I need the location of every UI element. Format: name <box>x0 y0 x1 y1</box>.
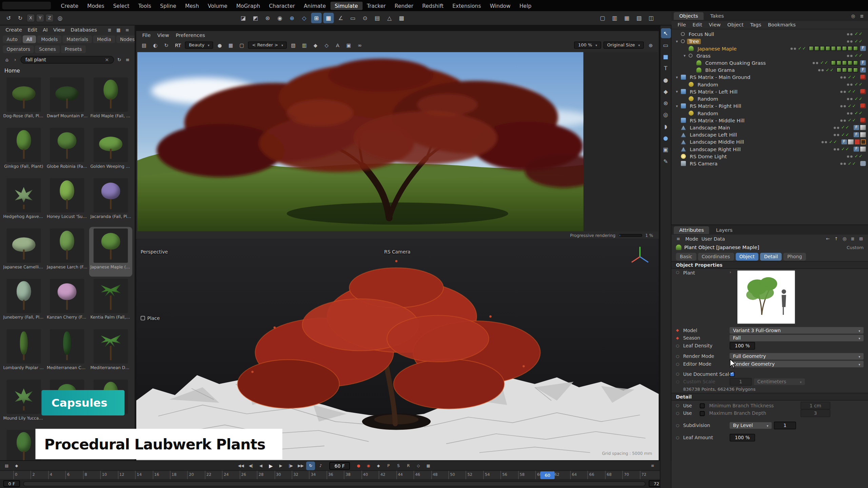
expand-arrow-icon[interactable]: ▾ <box>676 89 681 94</box>
keyframe-dot[interactable] <box>676 411 683 415</box>
volume-menu-icon[interactable]: ● <box>661 133 671 143</box>
object-name[interactable]: Tree <box>687 38 701 44</box>
visibility-dot[interactable] <box>850 155 852 158</box>
visibility-dot[interactable] <box>844 162 846 165</box>
deformers-menu-icon[interactable]: ◗ <box>661 121 671 131</box>
keyframe-dot[interactable] <box>676 435 683 440</box>
mode-label[interactable]: Mode <box>685 236 698 241</box>
render-mode-dropdown[interactable]: Full Geometry <box>730 353 864 360</box>
record-button[interactable]: ● <box>354 461 363 470</box>
enable-checkmarks[interactable] <box>854 53 863 58</box>
asset-menu-item[interactable]: Databases <box>68 26 99 33</box>
red-tag[interactable] <box>855 139 860 144</box>
Random[interactable]: Random <box>671 95 868 102</box>
use-max-branch-checkbox[interactable] <box>700 411 705 416</box>
object-name[interactable]: Focus Null <box>687 31 716 37</box>
list-view-icon[interactable]: ≣ <box>106 26 114 34</box>
render-view-menu-item[interactable]: Preferences <box>173 32 208 39</box>
texture-tag-chip[interactable] <box>848 46 853 51</box>
expand-arrow-icon[interactable]: ▾ <box>676 39 681 43</box>
denoise-icon[interactable]: ◇ <box>322 40 331 50</box>
visibility-dot[interactable] <box>844 90 846 93</box>
section-header[interactable]: Object Properties <box>671 261 868 269</box>
render-settings-button[interactable]: ⊛ <box>262 13 273 23</box>
current-frame-field[interactable]: 60 F <box>330 462 350 469</box>
object-type-icon[interactable] <box>689 54 692 57</box>
clear-search-icon[interactable]: × <box>105 57 109 62</box>
texture-tag-chip[interactable] <box>848 60 853 65</box>
asset-item[interactable]: Field Maple (Fall, Plant) <box>89 76 132 126</box>
object-type-icon[interactable] <box>696 60 702 65</box>
asset-menu-item[interactable]: AI <box>41 26 50 33</box>
record-position-button[interactable]: P <box>384 461 393 470</box>
object-type-icon[interactable] <box>681 103 686 108</box>
asset-item[interactable]: Mediterranean Cypres... <box>46 328 89 378</box>
attr-up-icon[interactable]: ↑ <box>833 235 840 242</box>
renderview-settings-icon[interactable]: ⊛ <box>646 40 655 50</box>
range-start-field[interactable]: 0 F <box>3 480 20 487</box>
season-dropdown[interactable]: Fall <box>730 335 864 342</box>
Tree[interactable]: ▾Tree <box>671 38 868 45</box>
Landscape Middle Hill[interactable]: Landscape Middle HillF <box>671 138 868 145</box>
menu-item[interactable]: MoGraph <box>232 1 265 9</box>
manager-tab[interactable]: Objects <box>674 12 704 20</box>
quantize-button[interactable]: ∠ <box>335 13 346 23</box>
asset-item[interactable]: Golden Weeping Willo... <box>89 126 132 176</box>
range-scrollbar[interactable] <box>23 481 645 486</box>
search-input[interactable]: fall plant × <box>20 56 114 64</box>
texture-tag-chip[interactable] <box>842 60 847 65</box>
visibility-dot[interactable] <box>794 47 796 50</box>
keyframe-dot[interactable] <box>676 354 683 359</box>
visibility-dot[interactable] <box>833 126 836 129</box>
goto-end-button[interactable]: ▶▶ <box>296 461 305 470</box>
enable-checkmarks[interactable] <box>841 132 850 137</box>
record-scale-button[interactable]: S <box>394 461 403 470</box>
fields-menu-icon[interactable]: ◎ <box>661 109 671 119</box>
visibility-dot[interactable] <box>850 83 852 86</box>
asset-menu-item[interactable]: View <box>51 26 67 33</box>
swatch-tag[interactable] <box>860 147 866 152</box>
text-tool[interactable]: T <box>661 63 671 73</box>
plant-preview-thumbnail[interactable]: (Acer palmatum) <box>737 270 795 324</box>
object-type-icon[interactable] <box>681 32 685 36</box>
asset-tab[interactable]: Media <box>93 35 115 43</box>
enable-checkmarks[interactable] <box>848 89 856 94</box>
axis-y-toggle[interactable]: Y <box>36 14 44 22</box>
goto-start-button[interactable]: ◀◀ <box>237 461 245 470</box>
menu-item[interactable]: Select <box>109 1 134 9</box>
texture-tag-chip[interactable] <box>836 60 842 65</box>
visibility-dot[interactable] <box>837 126 839 129</box>
om-menu-item[interactable]: File <box>675 22 689 28</box>
cube-tag[interactable] <box>860 89 866 94</box>
menu-item[interactable]: Help <box>515 1 536 9</box>
object-type-icon[interactable] <box>681 132 686 137</box>
timeline-settings-icon[interactable]: ≡ <box>648 461 657 470</box>
asset-tab[interactable]: All <box>23 35 36 43</box>
texture-tag-chip[interactable] <box>848 67 853 73</box>
asset-item[interactable]: Lombardy Poplar (Fall... <box>2 328 45 378</box>
object-name[interactable]: Landscape Middle Hill <box>688 139 746 145</box>
object-name[interactable]: RS Matrix - Middle Hill <box>688 118 746 123</box>
layout-single-icon[interactable]: ▢ <box>597 13 608 23</box>
Landscape Right Hill[interactable]: Landscape Right HillF <box>671 145 868 152</box>
split-ab-icon[interactable]: ▥ <box>300 40 309 50</box>
asset-item[interactable]: Ginkgo (Fall, Plant) <box>2 126 45 176</box>
expand-icon[interactable]: › <box>730 270 735 325</box>
thumbnail-view-icon[interactable]: ▦ <box>115 26 122 34</box>
leaf-density-field[interactable]: 100 % <box>730 342 755 350</box>
asset-browser-button[interactable]: ▩ <box>396 13 407 23</box>
menu-item[interactable]: Volume <box>203 1 232 9</box>
asset-item[interactable]: Jacaranda (Fall, Plant) <box>89 177 132 226</box>
visibility-dot[interactable] <box>818 69 820 71</box>
axis-gizmo[interactable] <box>629 245 651 267</box>
next-key-button[interactable]: |▶ <box>287 461 295 470</box>
asset-item[interactable]: Dwarf Mountain Pine (Fall, Pl... <box>46 76 89 126</box>
user-data-label[interactable]: User Data <box>702 236 725 241</box>
RS Matrix - Main Ground[interactable]: ▾RS Matrix - Main Ground <box>671 74 868 81</box>
Random[interactable]: Random <box>671 81 868 88</box>
channels-icon[interactable]: ▧ <box>289 40 298 50</box>
primitive-cube-tool[interactable]: ■ <box>661 52 671 61</box>
object-type-icon[interactable] <box>681 89 686 94</box>
keyframe-dot[interactable] <box>676 328 683 332</box>
object-type-icon[interactable] <box>681 39 685 43</box>
